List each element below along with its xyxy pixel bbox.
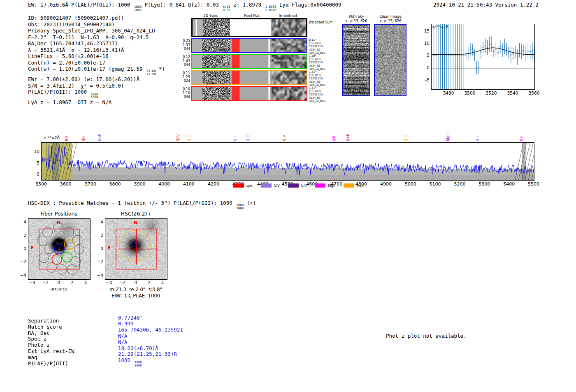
spectrum-x-tick-label: 4200 — [206, 181, 221, 187]
fit-y-tick-label: -5 — [417, 77, 430, 82]
info-line-12: LyA z = 1.8967 OII z = N/A — [28, 99, 165, 106]
cutout-row-strip — [191, 54, 307, 69]
legend-label: HeII — [357, 183, 364, 188]
info-line-8: Cont(w) = 1.10(±0.01)e-17 (gmag 21.59 21… — [28, 66, 165, 76]
info-line-text: S/N = 3.4(±1.2) χ² = 0.5(±0.0) — [28, 83, 124, 89]
legend-item-MgII: MgII — [315, 183, 335, 188]
emission-line-marker: { — [332, 138, 336, 140]
emission-line-marker: { — [187, 138, 191, 140]
legend-swatch — [233, 183, 244, 188]
report-datetime: 2024-10-21 21:50:43 — [433, 2, 492, 8]
cutout-row-strip — [191, 38, 307, 53]
emission-line-marker: { — [346, 138, 350, 140]
report-datetime-version: 2024-10-21 21:50:43 Version 1.22.2 — [433, 2, 539, 8]
cutout-row-annotations: 1.30"(15, 626)20231119v034_01308_LU_069 — [309, 54, 325, 71]
info-line-text: Obs: 20231119v034_5090021407 — [28, 21, 115, 28]
match-table-label-5: Est LyA rest-EW — [28, 348, 74, 355]
summary-header-fraction: 10001000 — [134, 5, 142, 12]
match-table-value-text: N/A — [118, 333, 128, 339]
photz-note: Phot z plot not available. — [386, 333, 467, 339]
summary-header-text: P(Lyα): 0.841 Q(z): 0.03 — [142, 2, 222, 8]
clean-image-header: Clean Image x, y: 15, 626 — [372, 14, 409, 23]
cutout-x-tick-label: 4 — [156, 280, 169, 285]
spectrum-x-tick-label: 5100 — [428, 181, 443, 187]
cutout-y-tick-label: 0 — [15, 246, 26, 251]
cutout-row-annotations: 0.11"(15, 626)20231119v034_02308_LU_069 — [309, 38, 325, 55]
clean-image-title: Clean Image — [372, 14, 409, 19]
spectrum-x-tick-label: 5200 — [452, 181, 467, 187]
emission-line-marker: { — [82, 138, 86, 140]
match-table-label-1: Match score — [28, 324, 62, 330]
cutout-row-left-labels: 0.121.43044 — [180, 55, 190, 67]
weighted-sum-label: Weighted Sum — [309, 21, 325, 25]
column-header-smoothed: Smoothed — [274, 14, 302, 18]
info-line-9: EWr = 7.00(±2.60) (w: 17.00(±6.20))Å — [28, 76, 165, 83]
match-table-value-6: 21.29(21.25,21.33)R — [118, 351, 177, 357]
cutout-y-tick-label: −2 — [92, 259, 103, 264]
cutout-y-tick-label: 4 — [15, 219, 26, 224]
line-fit-plot — [431, 24, 535, 90]
with-sky-header: With Sky x, y: 15, 626 — [340, 14, 373, 23]
column-header-pixel-flat: Pixel Flat — [237, 14, 266, 18]
hsc-cutout-title: HSC(26.2) r — [105, 211, 167, 217]
cutout-y-tick-label: 2 — [92, 233, 103, 238]
info-line-10: S/N = 3.4(±1.2) χ² = 0.5(±0.0) — [28, 83, 165, 89]
info-line-5: λ = 3521.41Å σ = 12.16(±3.41)Å — [28, 47, 165, 53]
match-table-label-7: P(LAE)/P(OII) — [28, 361, 68, 367]
legend-item-CIV: CIV — [261, 183, 280, 188]
legend-swatch — [261, 183, 272, 188]
hsc-ewr-plae-line: EWr: 13, PLAE: 1000 — [99, 293, 173, 299]
fit-plot-unit-label: e⁻¹⁷×2Å — [432, 25, 448, 29]
info-line-text: RA,Dec (165.704147,46.235737) — [28, 40, 118, 46]
spectrum-x-tick-label: 5000 — [403, 181, 418, 187]
info-line-0: ID: 5090021407 (5090021407.pdf) — [28, 15, 165, 21]
info-line-7: Cont(n) = 2.70(±0.00)e-17 — [28, 60, 165, 66]
match-table-value-fraction: 10001000 — [135, 361, 142, 367]
cutout-y-tick-label: 0 — [92, 246, 103, 251]
cutout-row-left-labels: 0.251.53044 — [180, 39, 190, 51]
match-table-label-2: RA, Dec — [28, 330, 50, 336]
fiber-east-label: E — [30, 245, 34, 251]
fit-y-tick-label: 10 — [417, 41, 430, 46]
spectrum-x-tick-label: 4900 — [379, 181, 393, 187]
spectrum-x-tick-label: 4100 — [181, 181, 196, 187]
fit-x-tick-label: 3520 — [484, 90, 499, 95]
match-table-value-text: 1000 — [118, 357, 134, 363]
with-sky-cutout — [342, 24, 370, 96]
spectrum-legend: LyαCIVCIIIMgIIHeII — [233, 183, 364, 188]
cutout-x-tick-label: −2 — [116, 280, 128, 285]
match-table-label-3: Spec z — [28, 336, 46, 342]
info-line-text: *) — [156, 66, 165, 72]
legend-swatch — [315, 183, 325, 188]
match-table-value-text: 0.999 — [118, 320, 134, 327]
cutout-row-annotations: 1.41"(15, 626)20231119v034_03308_LU_069 — [309, 86, 325, 103]
cutout-row-left-labels: 0.101.10044 — [180, 87, 190, 99]
legend-label: Lyα — [246, 183, 253, 188]
clean-image-coords: x, y: 15, 626 — [372, 19, 409, 23]
emission-line-marker: { — [176, 138, 180, 140]
emission-line-marker: { — [282, 138, 286, 140]
hsc-cutout-plot — [105, 218, 167, 280]
info-line-6: LineFlux = 5.60(±2.00)e-16 — [28, 53, 165, 60]
clean-image-cutout — [374, 24, 406, 96]
legend-label: MgII — [328, 183, 335, 188]
spectrum-x-tick-label: 5400 — [502, 181, 516, 187]
cutout-row-annotations: 1.41"(16, 813)20231119v034_03308_LU_089 — [309, 70, 325, 87]
info-line-fraction: 21.6021.58 — [146, 70, 156, 76]
cutout-x-tick-label: 2 — [66, 280, 79, 285]
full-spectrum-plot — [41, 142, 534, 181]
spectrum-y-tick-label: 0 — [30, 172, 39, 177]
hsc-photometry-line: m:21.3 re:2.0" s:0.8" — [99, 287, 173, 292]
cutout-x-tick-label: −2 — [39, 280, 51, 285]
cutout-x-tick-label: 2 — [143, 280, 156, 285]
match-table-label-4: Photo z — [28, 342, 50, 348]
weighted-sum-strip — [191, 18, 307, 37]
fit-y-tick-label: 5 — [417, 53, 430, 58]
info-line-text: F=2.2" T=0.111 N=1.63 A=0.90 g=24.5 — [28, 34, 149, 40]
match-table-label-0: Separation — [28, 318, 59, 324]
info-line-text: λ = 3521.41Å σ = 12.16(±3.41)Å — [28, 47, 124, 53]
cutout-y-tick-label: −2 — [15, 259, 26, 264]
cutout-y-tick-label: −4 — [92, 273, 103, 278]
match-table-value-7: 1000 10001000 — [118, 357, 142, 367]
cutout-x-tick-label: −4 — [26, 280, 38, 285]
